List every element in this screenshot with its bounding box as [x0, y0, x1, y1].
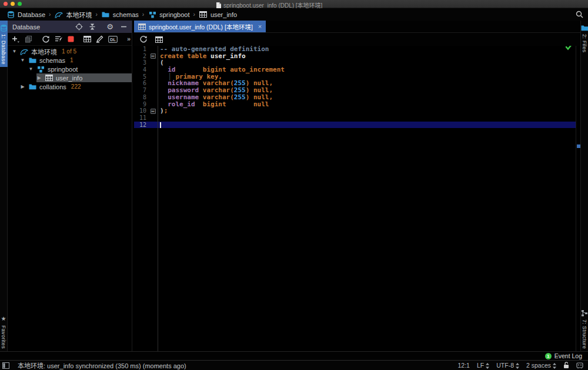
ddl-icon[interactable]: DL — [108, 35, 118, 44]
breadcrumb-item--[interactable]: 本地环境 — [54, 10, 92, 19]
tree-node-schemas[interactable]: ▼schemas1 — [20, 56, 132, 65]
left-tool-window-strip: 1: Database ★Favorites — [0, 21, 8, 351]
editor-scrollbar[interactable] — [576, 46, 580, 351]
lock-icon[interactable] — [563, 362, 569, 369]
code-text: create table user_info — [158, 53, 576, 60]
search-everywhere-button[interactable] — [576, 11, 583, 18]
fold-column — [148, 115, 158, 122]
table-icon — [138, 23, 146, 30]
status-bar: 本地环境: user_info synchronized (350 ms) (m… — [0, 360, 588, 370]
copy-icon[interactable] — [25, 35, 32, 44]
traffic-lights — [4, 2, 22, 6]
line-number: 9 — [134, 101, 148, 108]
breadcrumb-separator: › — [142, 11, 144, 18]
table-icon — [44, 73, 54, 83]
tree-node-collations[interactable]: ▶collations222 — [20, 82, 132, 91]
refresh-icon[interactable] — [42, 35, 50, 44]
event-log-link[interactable]: Event Log — [554, 352, 582, 359]
code-line-12[interactable]: 12 — [134, 122, 576, 129]
refresh-icon[interactable] — [139, 35, 148, 44]
mysql-icon — [19, 47, 29, 56]
tool-window-tab-database[interactable]: 1: Database — [0, 21, 8, 67]
pencil-icon[interactable] — [96, 35, 103, 44]
breadcrumb-item-springboot[interactable]: springboot — [148, 10, 189, 19]
editor-tab-bar: springboot.user_info (DDL) [本地环境] × — [134, 21, 580, 33]
fold-marker-icon[interactable]: – — [148, 53, 158, 60]
tree-node-springboot[interactable]: ▼springboot — [28, 65, 132, 73]
line-number: 5 — [134, 73, 148, 80]
code-line-2[interactable]: 2–create table user_info — [134, 53, 576, 60]
code-line-11[interactable]: 11 — [134, 115, 576, 122]
ddl-code-editor[interactable]: 1-- auto-generated definition2–create ta… — [134, 46, 576, 351]
line-ending-widget[interactable]: LF — [477, 362, 489, 369]
tool-window-tab-structure[interactable]: 7: Structure — [581, 306, 588, 351]
locate-icon[interactable] — [74, 22, 83, 32]
editor-tab-user-info-ddl[interactable]: springboot.user_info (DDL) [本地环境] × — [134, 21, 266, 32]
tool-window-tab-favorites[interactable]: ★Favorites — [0, 312, 8, 351]
line-number: 3 — [134, 59, 148, 66]
table-icon[interactable] — [154, 35, 163, 44]
chevron-expanded-icon[interactable]: ▼ — [28, 66, 34, 72]
breadcrumb-label: springboot — [159, 11, 189, 18]
code-line-10[interactable]: 10–); — [134, 107, 576, 115]
chevrons-icon[interactable]: » — [127, 35, 131, 44]
line-number: 12 — [134, 122, 148, 129]
indent-widget[interactable]: 2 spaces — [526, 362, 556, 369]
collapse-icon[interactable] — [88, 22, 97, 32]
search-icon — [576, 11, 583, 18]
table-icon — [199, 10, 208, 19]
chevron-updown-icon — [486, 362, 489, 369]
breadcrumb-label: user_info — [211, 11, 237, 18]
code-line-9[interactable]: 9 role_id bigint null — [134, 101, 576, 108]
event-log-badge[interactable]: 1 — [545, 353, 552, 359]
chevron-collapsed-icon[interactable]: ▶ — [36, 75, 42, 80]
breadcrumb-item-user_info[interactable]: user_info — [199, 10, 237, 19]
code-text — [158, 115, 576, 122]
chevron-collapsed-icon[interactable]: ▶ — [20, 84, 25, 89]
gutter-divider — [158, 46, 158, 351]
minimize-window-button[interactable] — [11, 2, 15, 6]
inspection-ok-icon[interactable] — [565, 46, 573, 51]
close-window-button[interactable] — [4, 2, 8, 6]
event-log-row: 1 Event Log — [0, 351, 588, 360]
encoding-widget[interactable]: UTF-8 — [496, 362, 519, 369]
breadcrumb-item-database[interactable]: Database — [6, 10, 45, 19]
stop-icon[interactable] — [68, 35, 74, 44]
folder-icon — [101, 10, 111, 19]
minimize-icon[interactable] — [119, 22, 128, 32]
caret-position-widget[interactable]: 12:1 — [458, 362, 470, 369]
tree-node-count: 1 — [70, 57, 74, 63]
status-message: 本地环境: user_info synchronized (350 ms) (m… — [18, 361, 186, 370]
plus-icon[interactable] — [11, 35, 20, 44]
zoom-window-button[interactable] — [18, 2, 22, 6]
tab-close-icon[interactable]: × — [258, 23, 262, 30]
line-number: 2 — [134, 53, 148, 60]
tree-node-label: collations — [39, 83, 66, 90]
tree-node--[interactable]: ▼本地环境1 of 5 — [12, 47, 132, 56]
tree-node-label: schemas — [39, 57, 65, 64]
tool-window-toggle-icon[interactable] — [2, 362, 9, 369]
star-icon: ★ — [0, 314, 8, 324]
gear-icon[interactable]: ⚙ — [105, 22, 115, 32]
submit-icon[interactable] — [55, 35, 63, 44]
stripe-caret-marker[interactable] — [577, 144, 580, 148]
code-text: role_id bigint null — [158, 101, 576, 108]
tree-node-count: 222 — [71, 83, 81, 90]
tool-window-tab-files[interactable]: 2: Files — [581, 21, 588, 55]
text-caret — [160, 122, 161, 128]
fold-column — [148, 73, 158, 80]
code-text: ); — [158, 107, 576, 115]
ide-window: springboot.user_info (DDL) [本地环境] Databa… — [0, 0, 588, 370]
fold-marker-icon[interactable]: – — [148, 107, 158, 115]
breadcrumb-separator: › — [193, 11, 195, 18]
table-icon[interactable] — [83, 35, 91, 44]
breadcrumb-item-schemas[interactable]: schemas — [101, 10, 139, 19]
database-tree: ▼本地环境1 of 5▼schemas1▼springboot▶user_inf… — [8, 46, 132, 351]
chevron-expanded-icon[interactable]: ▼ — [12, 49, 17, 54]
code-text — [158, 122, 576, 129]
structure-icon — [580, 308, 588, 318]
chevron-expanded-icon[interactable]: ▼ — [20, 58, 25, 63]
tree-node-user_info[interactable]: ▶user_info — [36, 73, 132, 82]
folder-icon — [28, 82, 37, 92]
inspection-profile-icon[interactable] — [576, 362, 583, 369]
